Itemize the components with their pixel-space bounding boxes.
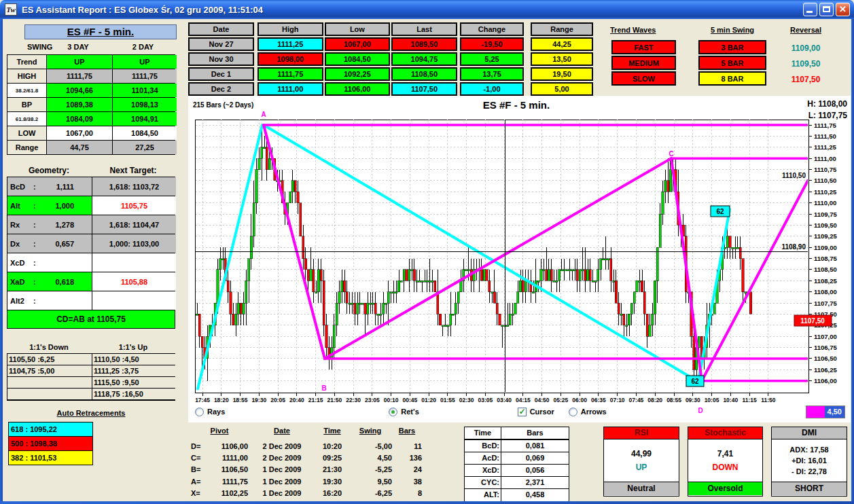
titlebar[interactable]: Tw ES Assistant Report : ES Globex Śr, 0… — [0, 0, 854, 19]
svg-text:23:05: 23:05 — [365, 397, 380, 403]
col-header: Low — [325, 22, 391, 36]
last-cell: 1107,50 — [391, 82, 457, 96]
svg-text:07:45: 07:45 — [629, 397, 644, 403]
svg-text:H: 1108,00: H: 1108,00 — [807, 99, 847, 109]
radio-option-rays[interactable]: Rays — [195, 408, 225, 416]
radio-option-rets[interactable]: Ret's — [389, 408, 419, 416]
swing-value: 1084,50 — [113, 126, 177, 140]
svg-text:18:55: 18:55 — [233, 397, 248, 403]
window-border-bottom — [0, 501, 854, 504]
window-title: ES Assistant Report : ES Globex Śr, 02 g… — [22, 5, 263, 15]
last-cell: 1089,50 — [391, 37, 457, 51]
swing-value: 1111,75 — [113, 69, 177, 83]
geometry-row: BcD:1,1111,618: 1103,72 — [7, 177, 175, 196]
pivot-headers: PivotDateTimeSwingBars — [191, 427, 444, 440]
app-icon: Tw — [5, 3, 17, 16]
svg-text:1107,00: 1107,00 — [814, 333, 837, 340]
swing5-title: 5 min Swing — [698, 26, 766, 34]
svg-text:03:05: 03:05 — [478, 397, 493, 403]
stochastic-direction: DOWN — [713, 463, 739, 472]
geometry-ratio-cell: BcD:1,111 — [7, 177, 92, 196]
svg-text:1109,25: 1109,25 — [814, 232, 838, 240]
range-cell: 19,50 — [531, 67, 593, 81]
col-header: Change — [460, 22, 524, 36]
svg-text:1110,00: 1110,00 — [814, 199, 836, 206]
geometry-target-cell — [92, 291, 176, 310]
maximize-button[interactable] — [819, 3, 834, 16]
swing-col-2day: 2 DAY — [111, 43, 175, 51]
low-cell: 1067,00 — [325, 37, 391, 51]
svg-text:C: C — [669, 150, 673, 158]
price-chart[interactable]: 215 Bars (~2 Days)ES #F - 5 min.H: 1108,… — [188, 96, 851, 422]
swing-row: HIGH1111,751111,75 — [7, 69, 175, 83]
one2one-row: 1115,50 :9,50 — [7, 377, 175, 388]
auto-retracements-table: 618 : 1095,22500 : 1098,38382 : 1101,53 — [8, 422, 93, 465]
svg-text:08:55: 08:55 — [666, 397, 681, 403]
svg-text:04:50: 04:50 — [535, 397, 550, 403]
svg-text:21:15: 21:15 — [308, 397, 323, 403]
low-cell: 1084,50 — [325, 52, 391, 66]
retracement-row: 382 : 1101,53 — [9, 451, 92, 465]
one2one-up-value: 1110,50 :4,50 — [92, 354, 176, 365]
close-icon: ✕ — [836, 3, 849, 16]
swing-row: LOW1067,001084,50 — [7, 126, 175, 140]
radio-option-arrows[interactable]: Arrows — [569, 408, 607, 416]
svg-text:1109,00: 1109,00 — [814, 244, 837, 251]
svg-text:1110,50: 1110,50 — [782, 172, 806, 179]
geometry-ratio-cell: Dx:0,657 — [7, 234, 92, 253]
low-cell: 1106,00 — [325, 82, 391, 96]
swing5-box: 3 BAR — [698, 40, 766, 54]
swing-value: 1098,13 — [113, 98, 177, 111]
geometry-target-cell: 1,618: 1104,47 — [92, 215, 176, 234]
geometry-target-cell: 1,000: 1103,00 — [92, 234, 176, 253]
checkbox-label: Cursor — [530, 408, 554, 416]
swing5-box: 8 BAR — [698, 71, 766, 86]
cursor-checkbox[interactable]: Cursor — [518, 408, 554, 416]
change-cell: -1,00 — [460, 82, 524, 96]
close-button[interactable]: ✕ — [836, 3, 850, 16]
svg-text:10:40: 10:40 — [723, 397, 738, 403]
reversal-value: 1109,00 — [780, 40, 832, 56]
svg-text:1108,75: 1108,75 — [814, 255, 838, 262]
svg-text:01:55: 01:55 — [440, 397, 455, 403]
svg-text:00:10: 00:10 — [384, 397, 399, 403]
radio-label: Ret's — [401, 408, 419, 416]
geometry-row: XaD:0,6181105,88 — [7, 272, 175, 291]
dmi-adx: ADX: 17,58 — [789, 446, 828, 454]
window-border-left — [0, 19, 3, 501]
one2one-row: 1105,50 :6,251110,50 :4,50 — [7, 354, 175, 365]
geometry-target-cell: 1105,88 — [92, 272, 176, 291]
swing-label: SWING — [10, 43, 46, 51]
timebars-row: AcD:0,069 — [465, 452, 569, 465]
one2one-up-value: 1111,25 :3,75 — [92, 365, 176, 376]
minimize-button[interactable] — [803, 3, 817, 16]
svg-text:17:45: 17:45 — [195, 397, 210, 403]
change-cell: -19,50 — [460, 37, 524, 51]
retracement-row: 500 : 1098,38 — [9, 437, 92, 450]
svg-text:02:30: 02:30 — [459, 397, 474, 403]
reversal-value: 1107,50 — [780, 71, 832, 87]
geometry-title: Geometry: — [7, 166, 91, 175]
dmi-status: SHORT — [772, 482, 847, 495]
swing-row-label: 38.2/61.8 — [7, 84, 46, 97]
pivot-row: D=1106,002 Dec 200910:20-5,0011 — [191, 440, 444, 452]
swing-row: TrendUPUP — [7, 55, 175, 69]
swing-value: 27,25 — [113, 141, 177, 154]
timebars-row: XcD:0,056 — [465, 465, 569, 477]
trend-wave-box: FAST — [611, 40, 676, 54]
dmi-panel: DMI ADX: 17,58 +DI: 16,01 - DI: 22,78 SH… — [771, 427, 847, 497]
svg-text:62: 62 — [691, 378, 699, 385]
svg-text:05:25: 05:25 — [554, 397, 569, 403]
swing-col-3day: 3 DAY — [46, 43, 111, 51]
svg-text:1108,50: 1108,50 — [814, 266, 837, 273]
date-cell: Dec 1 — [188, 67, 254, 81]
swing-value: 1084,09 — [47, 112, 112, 126]
chart-panel[interactable]: 215 Bars (~2 Days)ES #F - 5 min.H: 1108,… — [188, 96, 851, 422]
swing-row-label: Trend — [7, 55, 46, 69]
svg-text:1108,00: 1108,00 — [814, 288, 837, 295]
timebars-header: TimeBars — [465, 427, 569, 440]
high-cell: 1111,00 — [257, 82, 323, 96]
swing5-boxes: 3 BAR5 BAR8 BAR — [698, 40, 766, 87]
radio-icon — [195, 408, 204, 416]
timebars-row: ALT:0,458 — [465, 489, 569, 501]
